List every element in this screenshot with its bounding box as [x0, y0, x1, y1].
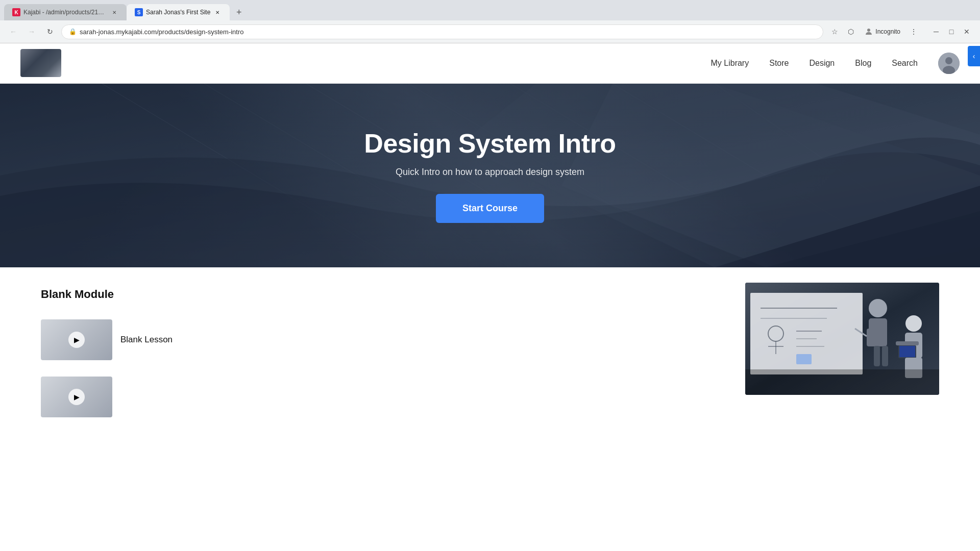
module-title: Blank Module: [41, 288, 725, 301]
hero-content: Design System Intro Quick Intro on how t…: [364, 128, 616, 223]
lock-icon: 🔒: [69, 28, 77, 35]
list-item: ▶ Blank Lesson: [41, 313, 725, 366]
tab-bar: K Kajabi - /admin/products/21481... ✕ S …: [0, 0, 980, 20]
play-icon-2: ▶: [68, 389, 85, 405]
window-controls: ─ □ ✕: [929, 24, 974, 39]
tab-2-close[interactable]: ✕: [213, 8, 222, 16]
hero-section: Design System Intro Quick Intro on how t…: [0, 84, 980, 267]
site-logo[interactable]: [20, 49, 61, 77]
course-preview-image: [745, 283, 939, 395]
incognito-label: Incognito: [875, 28, 900, 35]
tab-2-label: Sarah Jonas's First Site: [146, 9, 210, 16]
course-title: Design System Intro: [364, 128, 616, 159]
nav-link-store[interactable]: Store: [769, 59, 789, 68]
side-panel-toggle[interactable]: ‹: [968, 46, 980, 66]
nav-link-design[interactable]: Design: [809, 59, 835, 68]
browser-tab-2[interactable]: S Sarah Jonas's First Site ✕: [127, 4, 230, 20]
svg-rect-30: [874, 346, 880, 366]
minimize-button[interactable]: ─: [929, 24, 943, 39]
close-button[interactable]: ✕: [960, 24, 974, 39]
maximize-button[interactable]: □: [944, 24, 959, 39]
tab-1-favicon: K: [12, 8, 20, 16]
incognito-icon: [864, 27, 873, 36]
browser-actions: ☆ ⬡ Incognito ⋮: [827, 24, 921, 39]
start-course-button[interactable]: Start Course: [436, 194, 544, 223]
course-content-section: Blank Module ▶ Blank Lesson ▶: [0, 267, 980, 444]
address-bar[interactable]: 🔒 sarah-jonas.mykajabi.com/products/desi…: [61, 24, 823, 39]
side-panel-icon: ‹: [973, 52, 975, 60]
svg-rect-28: [867, 329, 874, 346]
nav-link-my-library[interactable]: My Library: [711, 59, 749, 68]
lesson-name-1[interactable]: Blank Lesson: [120, 335, 173, 345]
svg-point-26: [869, 299, 887, 317]
address-bar-row: ← → ↻ 🔒 sarah-jonas.mykajabi.com/product…: [0, 20, 980, 43]
url-text: sarah-jonas.mykajabi.com/products/design…: [80, 28, 244, 36]
nav-link-search[interactable]: Search: [892, 59, 918, 68]
bookmark-button[interactable]: ☆: [827, 24, 842, 39]
lesson-thumb-inner-1: ▶: [41, 319, 112, 360]
tab-1-close[interactable]: ✕: [110, 8, 118, 16]
list-item: ▶: [41, 370, 725, 423]
preview-svg: [745, 283, 939, 395]
forward-button[interactable]: →: [24, 24, 39, 39]
svg-point-0: [867, 29, 870, 32]
play-icon: ▶: [68, 332, 85, 348]
avatar-icon: [938, 53, 960, 74]
tab-1-label: Kajabi - /admin/products/21481...: [23, 9, 107, 16]
lesson-thumb-inner-2: ▶: [41, 377, 112, 417]
browser-chrome: K Kajabi - /admin/products/21481... ✕ S …: [0, 0, 980, 43]
page-content: My Library Store Design Blog Search: [0, 43, 980, 444]
nav-link-blog[interactable]: Blog: [855, 59, 871, 68]
svg-point-2: [945, 57, 952, 64]
browser-menu-button[interactable]: ⋮: [906, 24, 921, 39]
tab-2-favicon: S: [135, 8, 143, 16]
svg-rect-34: [896, 341, 919, 345]
back-button[interactable]: ←: [6, 24, 20, 39]
course-subtitle: Quick Intro on how to approach design sy…: [364, 167, 616, 178]
svg-point-32: [905, 315, 922, 332]
svg-rect-31: [882, 346, 888, 366]
modules-panel: Blank Module ▶ Blank Lesson ▶: [41, 288, 725, 423]
user-avatar[interactable]: [938, 53, 960, 74]
new-tab-button[interactable]: +: [232, 5, 246, 19]
svg-rect-38: [745, 369, 939, 395]
nav-links: My Library Store Design Blog Search: [711, 53, 960, 74]
incognito-button[interactable]: Incognito: [860, 25, 904, 38]
site-navigation: My Library Store Design Blog Search: [0, 43, 980, 84]
svg-rect-36: [899, 346, 915, 357]
reload-button[interactable]: ↻: [43, 24, 57, 39]
cast-button[interactable]: ⬡: [844, 24, 858, 39]
browser-tab-1[interactable]: K Kajabi - /admin/products/21481... ✕: [4, 4, 127, 20]
svg-rect-25: [796, 354, 812, 364]
lesson-thumbnail-1[interactable]: ▶: [41, 319, 112, 360]
lesson-thumbnail-2[interactable]: ▶: [41, 377, 112, 417]
logo-image: [20, 49, 61, 77]
